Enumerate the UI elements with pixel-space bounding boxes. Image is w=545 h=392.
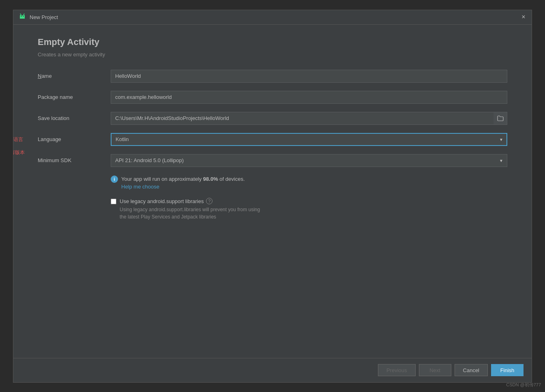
svg-point-3 (21, 16, 22, 17)
language-row: 语言 Language Kotlin Java (38, 133, 507, 146)
package-field-area (111, 91, 507, 104)
package-label: Package name (38, 94, 73, 100)
save-input-group (111, 112, 507, 125)
minsdk-label: Minimum SDK (38, 157, 71, 163)
save-field-area (111, 112, 507, 125)
watermark: CSDN @初传777 (506, 382, 541, 388)
svg-point-4 (23, 16, 24, 17)
language-field-area: Kotlin Java (111, 133, 507, 146)
save-label-area: 代码存放位置 Save location (38, 115, 111, 121)
dialog-footer: Previous Next Cancel Finish (13, 358, 532, 382)
name-input[interactable] (111, 70, 507, 83)
package-input[interactable] (111, 91, 507, 104)
save-location-row: 代码存放位置 Save location (38, 112, 507, 125)
activity-title: Empty Activity (38, 37, 507, 47)
info-icon: i (111, 176, 118, 183)
browse-folder-button[interactable] (494, 112, 507, 125)
svg-line-5 (20, 14, 21, 15)
checkbox-description: Using legacy android.support.libraries w… (111, 206, 260, 221)
minsdk-select[interactable]: API 21: Android 5.0 (Lollipop) API 16: A… (111, 154, 507, 167)
minsdk-field-area: API 21: Android 5.0 (Lollipop) API 16: A… (111, 154, 507, 167)
sdk-info-percent: 98.0% (203, 176, 218, 182)
checkbox-desc-line1: Using legacy android.support.libraries w… (120, 206, 260, 213)
language-select-wrapper: Kotlin Java (111, 133, 507, 146)
title-bar: New Project × (13, 10, 532, 25)
svg-line-6 (24, 14, 24, 15)
sdk-info-text: Your app will run on approximately 98.0%… (121, 176, 245, 182)
minsdk-chinese-label: 项目的最低兼容版本 (13, 149, 25, 156)
checkbox-label: Use legacy android.support libraries (120, 198, 204, 204)
name-row: 项目名称: Name (38, 70, 507, 83)
sdk-info-prefix: Your app will run on approximately (121, 176, 203, 182)
package-label-area: 项目的包名 Package name (38, 94, 111, 100)
language-chinese-label: 语言 (13, 136, 23, 143)
dialog-title: New Project (30, 14, 520, 20)
minsdk-row: 项目的最低兼容版本 Minimum SDK API 21: Android 5.… (38, 154, 507, 167)
checkbox-area: Use legacy android.support libraries ? (111, 198, 260, 204)
dialog-window: New Project × Empty Activity Creates a n… (13, 10, 532, 383)
cancel-button[interactable]: Cancel (455, 364, 488, 376)
save-label: Save location (38, 115, 69, 121)
android-icon (18, 13, 26, 21)
name-label: Name (38, 73, 52, 79)
sdk-info-row: i Your app will run on approximately 98.… (38, 175, 507, 190)
previous-button[interactable]: Previous (378, 364, 416, 376)
package-row: 项目的包名 Package name (38, 91, 507, 104)
name-label-area: 项目名称: Name (38, 73, 111, 79)
language-label: Language (38, 136, 61, 142)
legacy-checkbox-row: Use legacy android.support libraries ? U… (38, 198, 507, 221)
minsdk-label-area: 项目的最低兼容版本 Minimum SDK (38, 157, 111, 163)
finish-button[interactable]: Finish (491, 364, 524, 376)
next-button[interactable]: Next (419, 364, 451, 376)
legacy-checkbox[interactable] (111, 199, 116, 204)
minsdk-select-wrapper: API 21: Android 5.0 (Lollipop) API 16: A… (111, 154, 507, 167)
legacy-checkbox-content: Use legacy android.support libraries ? U… (111, 198, 260, 221)
help-tooltip-icon[interactable]: ? (206, 198, 212, 204)
language-select[interactable]: Kotlin Java (111, 133, 507, 146)
close-button[interactable]: × (520, 14, 527, 20)
save-location-input[interactable] (111, 112, 494, 125)
dialog-content: Empty Activity Creates a new empty activ… (13, 25, 532, 358)
sdk-info-suffix: of devices. (218, 176, 245, 182)
language-label-area: 语言 Language (38, 136, 111, 142)
sdk-info-content: Your app will run on approximately 98.0%… (121, 175, 245, 190)
svg-rect-7 (20, 17, 25, 19)
help-me-choose-link[interactable]: Help me choose (121, 184, 245, 190)
activity-subtitle: Creates a new empty activity (38, 51, 507, 58)
name-field-area (111, 70, 507, 83)
checkbox-desc-line2: the latest Play Services and Jetpack lib… (120, 213, 260, 221)
